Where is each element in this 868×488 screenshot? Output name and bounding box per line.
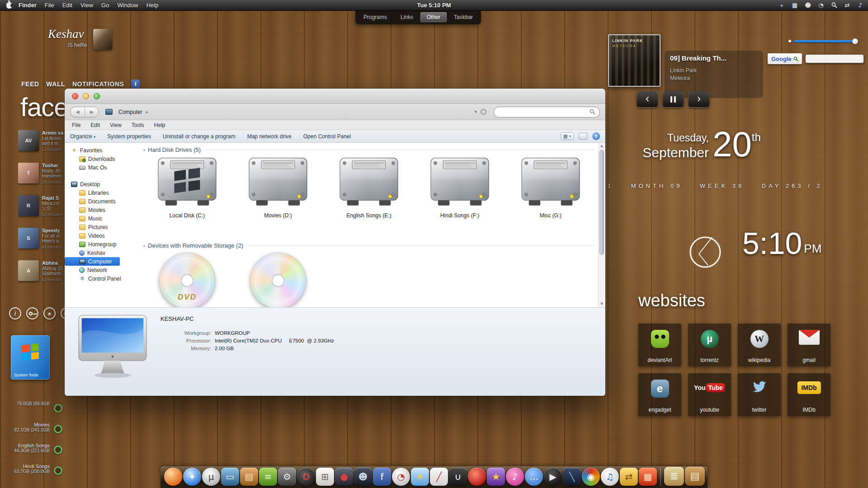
facebook-nav-wall[interactable]: WALL xyxy=(46,80,65,88)
disk-icon[interactable] xyxy=(54,446,62,454)
disk-icon[interactable] xyxy=(54,466,62,475)
dock-game-icon[interactable]: ★ xyxy=(487,468,505,486)
sidebar-item-favorites[interactable]: ★Favorites xyxy=(65,146,137,155)
toolbar-uninstall-or-change-a-program[interactable]: Uninstall or change a program xyxy=(163,133,236,140)
next-button[interactable]: › xyxy=(688,91,710,108)
history-dropdown-icon[interactable]: ▾ xyxy=(474,109,477,115)
bluray-drive[interactable] xyxy=(237,253,319,307)
preview-pane-button[interactable] xyxy=(579,133,587,140)
sidebar-item-movies[interactable]: Movies xyxy=(65,206,137,214)
volume-icon[interactable]: ♪ xyxy=(857,2,863,9)
refresh-icon[interactable] xyxy=(481,109,486,115)
breadcrumb-chevron-icon[interactable]: ▸ xyxy=(146,109,148,114)
facebook-nav-notifications[interactable]: NOTIFICATIONS xyxy=(72,80,124,88)
sidebar-item-computer[interactable]: Computer xyxy=(65,257,120,266)
dock-documents-stack-icon[interactable]: ≣ xyxy=(664,467,684,486)
menubar-item-finder[interactable]: Finder xyxy=(19,2,37,9)
scroll-up-icon[interactable]: ▲ xyxy=(599,143,605,149)
sidebar-item-downloads[interactable]: Downloads xyxy=(65,155,137,163)
volume-knob[interactable] xyxy=(852,38,858,44)
toolbar-organize[interactable]: Organize▾ xyxy=(70,133,95,140)
album-art[interactable]: LINKIN PARK METEORA xyxy=(608,34,660,87)
apple-menu-icon[interactable] xyxy=(6,2,12,9)
menubar-item-edit[interactable]: Edit xyxy=(62,2,72,9)
menubar-clock[interactable]: Tue 5:10 PM xyxy=(417,2,451,9)
dock-pen-icon[interactable]: ╲ xyxy=(563,468,581,486)
search-field[interactable] xyxy=(494,107,600,117)
dvd-drive[interactable]: DVD xyxy=(146,253,228,307)
sidebar-item-pictures[interactable]: Pictures xyxy=(65,223,137,231)
section-header[interactable]: ▴ Hard Disk Drives (5) xyxy=(143,145,594,154)
drive-english-songs-e[interactable]: English Songs (E:) xyxy=(328,154,410,219)
search-icon[interactable] xyxy=(831,2,837,9)
dock-media-player-icon[interactable]: ▭ xyxy=(221,468,239,486)
user-avatar[interactable] xyxy=(93,29,112,50)
dock-facebook-icon[interactable]: f xyxy=(373,468,391,486)
dock-weather-icon[interactable]: ☀ xyxy=(411,468,429,486)
window-menu-edit[interactable]: Edit xyxy=(90,122,100,128)
collapse-triangle-icon[interactable]: ▴ xyxy=(143,148,145,152)
system-tools-tile[interactable]: System Tools xyxy=(11,335,50,380)
zoom-button[interactable] xyxy=(94,93,100,99)
breadcrumb[interactable]: Computer xyxy=(118,109,142,115)
menubar-item-view[interactable]: View xyxy=(80,2,93,9)
scroll-down-icon[interactable]: ▼ xyxy=(599,301,605,307)
dock-media-icon[interactable]: ♪ xyxy=(506,468,524,486)
feed-item[interactable]: AV Armin va Let Armin and it m 11 minute… xyxy=(18,130,66,152)
google-search-input[interactable] xyxy=(805,54,864,63)
menubar-item-go[interactable]: Go xyxy=(101,2,109,9)
website-tile-gmail[interactable]: gmail xyxy=(788,324,830,366)
dock-player-icon[interactable]: ▶ xyxy=(544,468,562,486)
dock-basket-icon[interactable]: ▤ xyxy=(240,468,258,486)
drive-hindi-songs-f[interactable]: Hindi Songs (F:) xyxy=(419,154,500,219)
dock-security-icon[interactable]: ● xyxy=(335,468,353,486)
website-tile-imdb[interactable]: IMDb IMDb xyxy=(788,373,830,416)
collapse-triangle-icon[interactable]: ▴ xyxy=(143,244,145,248)
website-tile-engadget[interactable]: e engadget xyxy=(638,373,681,416)
back-button[interactable]: ◀ xyxy=(71,107,85,117)
website-tile-youtube[interactable]: YouTube youtube xyxy=(688,373,731,416)
forward-button[interactable]: ▶ xyxy=(85,107,99,117)
dock-itunes-icon[interactable]: ♫ xyxy=(601,468,619,486)
dock-notes-icon[interactable]: ≡ xyxy=(259,468,277,486)
dock-utorrent-icon[interactable]: µ xyxy=(202,468,220,486)
add-icon[interactable]: ＋ xyxy=(778,2,785,9)
website-tile-wikipedia[interactable]: W wikipedia xyxy=(738,324,781,366)
sidebar-item-videos[interactable]: Videos xyxy=(65,231,137,240)
scrollbar-thumb[interactable] xyxy=(599,150,604,255)
views-button[interactable]: ▦▾ xyxy=(561,132,574,140)
search-input[interactable] xyxy=(498,109,590,115)
previous-button[interactable]: ‹ xyxy=(637,91,658,108)
tab-other[interactable]: Other xyxy=(420,12,447,22)
sidebar-item-music[interactable]: Music xyxy=(65,214,137,223)
clock-icon[interactable]: ◔ xyxy=(818,2,824,9)
facebook-nav-feed[interactable]: FEED xyxy=(21,80,39,88)
feed-item[interactable]: S Speedy For all of Here's a 45 minutes xyxy=(18,228,66,249)
website-tile-twitter[interactable]: twitter xyxy=(738,373,781,416)
disk-icon[interactable] xyxy=(54,425,62,433)
dock-calculator-icon[interactable]: ⊞ xyxy=(316,468,334,486)
sidebar-item-mac-os[interactable]: Mac Os xyxy=(65,163,137,172)
sidebar-item-documents[interactable]: Documents xyxy=(65,197,137,206)
dock-angry-birds-icon[interactable] xyxy=(468,468,486,486)
drive-misc-g[interactable]: Misc (G:) xyxy=(510,154,591,219)
sidebar-item-homegroup[interactable]: Homegroup xyxy=(65,240,137,249)
dock-firefox-icon[interactable] xyxy=(164,468,182,486)
dock-picasa-icon[interactable]: ◉ xyxy=(582,468,600,486)
menubar-item-help[interactable]: Help xyxy=(146,2,159,9)
section-header[interactable]: ▴ Devices with Removable Storage (2) xyxy=(143,241,594,250)
toolbar-open-control-panel[interactable]: Open Control Panel xyxy=(303,133,351,140)
sidebar-item-desktop[interactable]: Desktop xyxy=(65,180,137,188)
window-menu-help[interactable]: Help xyxy=(154,122,165,128)
facebook-icon[interactable]: f xyxy=(131,80,140,88)
dock-settings-icon[interactable]: ⚙ xyxy=(278,468,296,486)
website-tile-deviantart[interactable]: deviantArt xyxy=(638,324,681,366)
sync-icon[interactable]: ⇄ xyxy=(844,2,850,9)
tab-taskbar[interactable]: Taskbar xyxy=(448,12,479,22)
website-tile-torrentz[interactable]: µ torrentz xyxy=(688,324,731,366)
close-button[interactable] xyxy=(72,93,78,99)
volume-slider[interactable] xyxy=(794,40,858,42)
toolbar-map-network-drive[interactable]: Map network drive xyxy=(247,133,292,140)
dock-folder-stack-icon[interactable]: ▤ xyxy=(685,467,705,486)
window-menu-file[interactable]: File xyxy=(72,122,80,128)
